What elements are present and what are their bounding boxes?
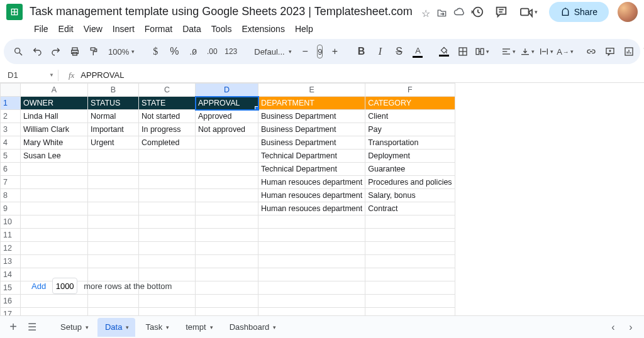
cell[interactable] xyxy=(365,295,455,308)
row-header[interactable]: 11 xyxy=(1,229,21,242)
menu-format[interactable]: Format xyxy=(140,23,177,35)
menu-data[interactable]: Data xyxy=(177,23,206,35)
cell[interactable]: Business Department xyxy=(258,123,365,136)
add-sheet-icon[interactable]: + xyxy=(5,319,21,336)
text-wrap-icon[interactable]: ▾ xyxy=(538,43,554,60)
row-header[interactable]: 16 xyxy=(1,295,21,308)
borders-icon[interactable] xyxy=(455,43,471,60)
text-rotation-icon[interactable]: A→▾ xyxy=(557,43,573,60)
move-icon[interactable] xyxy=(436,8,447,19)
cell[interactable] xyxy=(88,295,139,308)
comment-icon[interactable] xyxy=(494,4,509,19)
name-box-dropdown-icon[interactable]: ▼ xyxy=(49,72,54,78)
insert-chart-icon[interactable] xyxy=(621,43,637,60)
share-button[interactable]: Share xyxy=(549,2,609,22)
currency-icon[interactable]: $ xyxy=(147,43,164,60)
cell[interactable]: Guarantee xyxy=(365,163,455,176)
cell[interactable] xyxy=(196,202,258,215)
tab-menu-icon[interactable]: ▾ xyxy=(86,324,89,330)
cell[interactable]: CATEGORY xyxy=(365,97,455,110)
cell[interactable]: Not started xyxy=(139,110,196,123)
cell[interactable] xyxy=(21,163,88,176)
cell[interactable] xyxy=(196,295,258,308)
cell[interactable] xyxy=(139,202,196,215)
cell[interactable] xyxy=(196,268,258,281)
cell[interactable] xyxy=(21,242,88,255)
cell[interactable]: Pay xyxy=(365,123,455,136)
sheets-logo[interactable] xyxy=(6,4,23,20)
cell[interactable] xyxy=(196,308,258,316)
cell[interactable] xyxy=(21,202,88,215)
menu-edit[interactable]: Edit xyxy=(53,23,79,35)
cell[interactable] xyxy=(139,163,196,176)
cell[interactable]: Human resouces department xyxy=(258,202,365,215)
menu-file[interactable]: File xyxy=(29,23,53,35)
cell[interactable] xyxy=(258,242,365,255)
cell[interactable] xyxy=(139,229,196,242)
cell[interactable] xyxy=(21,308,88,316)
cell[interactable] xyxy=(21,255,88,268)
font-select[interactable]: Defaul...▾ xyxy=(249,47,287,57)
fill-color-icon[interactable] xyxy=(436,43,452,60)
cell[interactable] xyxy=(21,295,88,308)
cell[interactable] xyxy=(258,281,365,295)
cell[interactable]: Urgent xyxy=(88,136,139,150)
cell[interactable] xyxy=(258,295,365,308)
column-header-F[interactable]: F xyxy=(365,84,455,97)
merge-cells-icon[interactable]: ▾ xyxy=(474,43,490,60)
cell[interactable] xyxy=(196,136,258,150)
cell[interactable] xyxy=(88,150,139,163)
cell[interactable] xyxy=(196,281,258,295)
sheet-tab-data[interactable]: Data▾ xyxy=(97,318,135,337)
row-header[interactable]: 3 xyxy=(1,123,21,136)
add-rows-link[interactable]: Add xyxy=(31,281,46,291)
select-all-corner[interactable] xyxy=(1,84,21,97)
undo-icon[interactable] xyxy=(29,43,45,60)
add-rows-count-input[interactable] xyxy=(52,278,77,294)
column-header-A[interactable]: A xyxy=(21,84,88,97)
tab-menu-icon[interactable]: ▾ xyxy=(126,324,129,330)
horizontal-align-icon[interactable]: ▾ xyxy=(500,43,516,60)
cell[interactable]: STATUS xyxy=(88,97,139,110)
cell[interactable]: Technical Department xyxy=(258,150,365,163)
redo-icon[interactable] xyxy=(48,43,64,60)
cell[interactable]: Client xyxy=(365,110,455,123)
cell[interactable] xyxy=(258,229,365,242)
decrease-decimal-icon[interactable]: .0̷ xyxy=(185,43,201,60)
column-header-C[interactable]: C xyxy=(139,84,196,97)
cell[interactable]: Human resouces department xyxy=(258,176,365,189)
cell[interactable]: Procedures and policies xyxy=(365,176,455,189)
vertical-align-icon[interactable]: ▾ xyxy=(519,43,535,60)
row-header[interactable]: 7 xyxy=(1,176,21,189)
cell[interactable]: APPROVAL xyxy=(196,97,258,110)
cell[interactable]: DEPARTMENT xyxy=(258,97,365,110)
increase-decimal-icon[interactable]: .00 xyxy=(204,43,220,60)
percent-icon[interactable]: % xyxy=(166,43,182,60)
menu-insert[interactable]: Insert xyxy=(108,23,140,35)
cell[interactable]: In progress xyxy=(139,123,196,136)
tab-scroll-left-icon[interactable]: ‹ xyxy=(605,319,621,336)
font-size-input[interactable]: 9 xyxy=(317,45,323,58)
name-box[interactable]: D1 xyxy=(3,70,34,80)
decrease-font-icon[interactable]: − xyxy=(297,43,313,60)
tab-menu-icon[interactable]: ▾ xyxy=(273,324,276,330)
cell[interactable]: Human resouces department xyxy=(258,189,365,202)
cell[interactable]: Business Department xyxy=(258,136,365,150)
cell[interactable] xyxy=(139,255,196,268)
cell[interactable] xyxy=(139,150,196,163)
row-header[interactable]: 4 xyxy=(1,136,21,150)
row-header[interactable]: 2 xyxy=(1,110,21,123)
cell[interactable] xyxy=(365,268,455,281)
search-menu-icon[interactable] xyxy=(10,43,26,60)
increase-font-icon[interactable]: + xyxy=(326,43,343,60)
column-header-D[interactable]: D xyxy=(196,84,258,97)
italic-icon[interactable]: I xyxy=(372,43,388,60)
row-header[interactable]: 9 xyxy=(1,202,21,215)
tab-scroll-right-icon[interactable]: › xyxy=(623,319,639,336)
strikethrough-icon[interactable]: S xyxy=(391,43,407,60)
cell[interactable] xyxy=(365,255,455,268)
cell[interactable]: STATE xyxy=(139,97,196,110)
cell[interactable] xyxy=(88,202,139,215)
history-icon[interactable] xyxy=(470,4,485,19)
cell[interactable] xyxy=(139,176,196,189)
